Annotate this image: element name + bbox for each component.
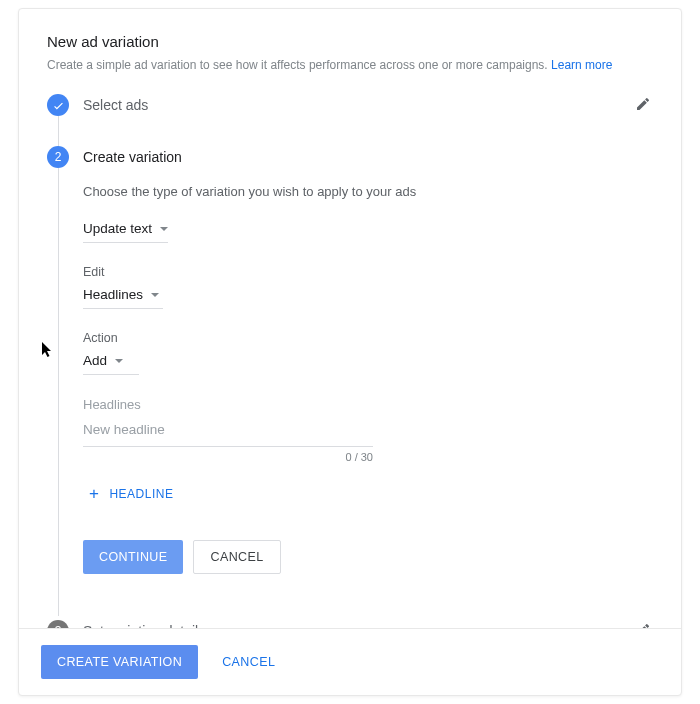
dialog-content: New ad variation Create a simple ad vari… [19, 9, 681, 628]
cancel-button[interactable]: CANCEL [216, 645, 281, 679]
step-icon-pending: 3 [47, 620, 69, 628]
step-connector [58, 168, 59, 616]
page-title: New ad variation [47, 33, 653, 50]
variation-type-value: Update text [83, 221, 152, 236]
stepper: Select ads 2 Create variation Choose the… [47, 94, 653, 628]
edit-step1-button[interactable] [635, 96, 653, 114]
create-variation-button[interactable]: CREATE VARIATION [41, 645, 198, 679]
variation-type-field: Update text [83, 219, 653, 243]
step-select-ads: Select ads [47, 94, 653, 146]
step1-title: Select ads [83, 97, 148, 113]
step-create-variation: 2 Create variation Choose the type of va… [47, 146, 653, 602]
edit-dropdown[interactable]: Headlines [83, 285, 163, 309]
chevron-down-icon [160, 227, 168, 231]
edit-value: Headlines [83, 287, 143, 302]
edit-label: Edit [83, 265, 653, 279]
page-subtitle: Create a simple ad variation to see how … [47, 58, 653, 72]
dialog-card: New ad variation Create a simple ad vari… [18, 8, 682, 696]
headlines-label: Headlines [83, 397, 653, 412]
continue-button[interactable]: CONTINUE [83, 540, 183, 574]
add-headline-button[interactable]: + HEADLINE [83, 481, 179, 506]
chevron-down-icon [115, 359, 123, 363]
step-icon-complete [47, 94, 69, 116]
step2-title: Create variation [83, 149, 182, 165]
edit-step3-button[interactable] [635, 622, 653, 628]
check-icon [52, 99, 65, 112]
step2-body: Choose the type of variation you wish to… [83, 168, 653, 602]
action-field: Action Add [83, 331, 653, 375]
learn-more-link[interactable]: Learn more [551, 58, 612, 72]
variation-type-dropdown[interactable]: Update text [83, 219, 168, 243]
step2-buttons: CONTINUE CANCEL [83, 540, 653, 574]
action-label: Action [83, 331, 653, 345]
step2-description: Choose the type of variation you wish to… [83, 184, 653, 199]
headline-input[interactable]: New headline [83, 420, 373, 447]
pencil-icon [635, 622, 651, 628]
action-value: Add [83, 353, 107, 368]
add-headline-label: HEADLINE [109, 487, 173, 501]
dialog-footer: CREATE VARIATION CANCEL [19, 628, 681, 695]
plus-icon: + [89, 485, 99, 502]
step-variation-details: 3 Set variation details [47, 620, 653, 628]
cancel-step-button[interactable]: CANCEL [193, 540, 280, 574]
subtitle-text: Create a simple ad variation to see how … [47, 58, 548, 72]
headline-placeholder: New headline [83, 422, 165, 437]
chevron-down-icon [151, 293, 159, 297]
char-count: 0 / 30 [83, 451, 373, 463]
pencil-icon [635, 96, 651, 112]
action-dropdown[interactable]: Add [83, 351, 139, 375]
step-icon-active: 2 [47, 146, 69, 168]
edit-field: Edit Headlines [83, 265, 653, 309]
step3-title: Set variation details [83, 623, 205, 628]
